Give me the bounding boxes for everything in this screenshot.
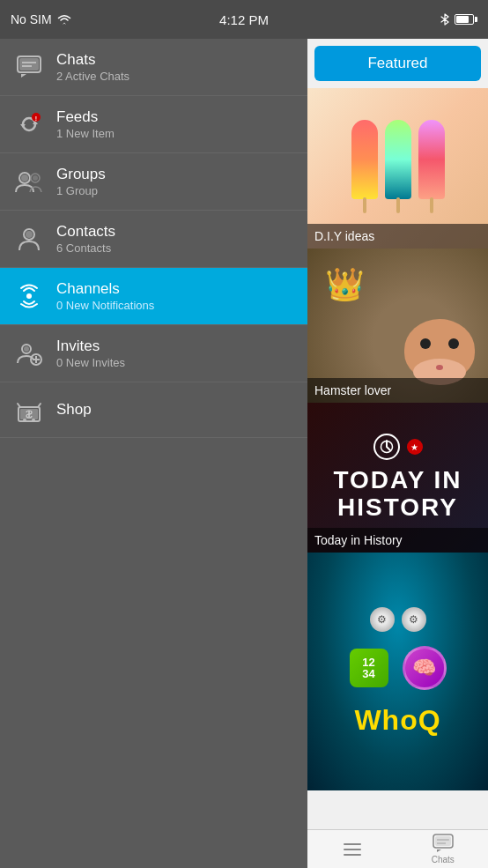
status-time: 4:12 PM [219, 12, 269, 27]
battery-indicator [455, 14, 477, 25]
svg-point-22 [23, 419, 26, 422]
gear-icon-1: ⚙ [370, 607, 395, 632]
shop-label: Shop [56, 401, 92, 419]
hamster-eye-left [420, 338, 431, 349]
status-bar: No SIM 4:12 PM [0, 0, 488, 39]
bluetooth-icon [440, 13, 449, 26]
sidebar-item-groups[interactable]: Groups 1 Group [0, 153, 307, 211]
groups-text: Groups 1 Group [56, 166, 106, 197]
chats-text: Chats 2 Active Chats [56, 51, 129, 83]
svg-point-14 [26, 293, 32, 299]
whoq-icons-row: ⚙ ⚙ [370, 607, 426, 632]
hamster-face [404, 319, 475, 381]
chats-tab-label: Chats [432, 855, 455, 864]
sidebar-item-invites[interactable]: Invites 0 New Invites [0, 325, 307, 382]
svg-point-16 [24, 346, 29, 352]
main-layout: Chats 2 Active Chats ! Feeds [0, 39, 488, 868]
channel-card-diy[interactable]: D.I.Y ideas [307, 88, 488, 249]
bottom-tab-bar: Chats [307, 829, 488, 868]
groups-subtitle: 1 Group [56, 184, 106, 197]
featured-button[interactable]: Featured [314, 46, 481, 81]
channel-card-history[interactable]: ★ TODAY INHISTORY Today in History [307, 403, 488, 553]
contacts-subtitle: 6 Contacts [56, 241, 115, 255]
chats-tab-icon [433, 834, 454, 853]
chats-subtitle: 2 Active Chats [56, 70, 129, 83]
sidebar-item-channels[interactable]: Channels 0 New Notifications [0, 268, 307, 325]
svg-rect-30 [435, 836, 451, 846]
contacts-icon [14, 224, 44, 254]
channel-card-hamster[interactable]: 👑 Hamster lover [307, 249, 488, 403]
sidebar-item-chats[interactable]: Chats 2 Active Chats [0, 39, 307, 96]
popsicle-2 [385, 120, 411, 199]
channels-icon [14, 281, 44, 311]
carrier-label: No SIM [11, 12, 52, 26]
invites-subtitle: 0 New Invites [56, 356, 125, 369]
invites-icon [14, 338, 44, 368]
popsicle-1 [351, 120, 378, 199]
channels-text: Channels 0 New Notifications [56, 280, 154, 312]
history-label: Today in History [307, 528, 488, 553]
svg-point-9 [21, 174, 28, 182]
bottom-tab-chats[interactable]: Chats [398, 834, 489, 864]
whoq-bottom-icons: 1234 🧠 [350, 646, 447, 690]
sidebar: Chats 2 Active Chats ! Feeds [0, 39, 307, 868]
bottom-tab-menu[interactable] [307, 842, 398, 857]
feeds-icon: ! [14, 109, 44, 139]
feeds-label: Feeds [56, 108, 115, 126]
channel-card-whoq[interactable]: ⚙ ⚙ 1234 🧠 WhoQ [307, 553, 488, 790]
gear-icon-2: ⚙ [402, 607, 426, 632]
contacts-label: Contacts [56, 223, 115, 241]
feeds-text: Feeds 1 New Item [56, 108, 115, 140]
history-logo-icon [373, 434, 400, 460]
shop-icon [14, 395, 44, 425]
channels-subtitle: 0 New Notifications [56, 299, 154, 312]
groups-label: Groups [56, 166, 106, 183]
groups-icon [14, 167, 44, 197]
right-panel: Featured D.I.Y ideas 👑 [307, 39, 488, 868]
menu-icon [343, 842, 362, 857]
sidebar-item-contacts[interactable]: Contacts 6 Contacts [0, 211, 307, 268]
hamster-nose [436, 365, 443, 370]
status-left: No SIM [11, 12, 71, 26]
number-box: 1234 [350, 649, 388, 687]
sidebar-item-feeds[interactable]: ! Feeds 1 New Item [0, 96, 307, 153]
crown-icon: 👑 [325, 266, 365, 303]
wifi-icon [57, 14, 71, 25]
history-title: TODAY INHISTORY [333, 467, 462, 522]
shop-text: Shop [56, 401, 92, 419]
svg-point-13 [26, 231, 33, 238]
svg-text:!: ! [35, 115, 37, 122]
hamster-eye-right [448, 338, 459, 349]
chats-label: Chats [56, 51, 129, 69]
feeds-subtitle: 1 New Item [56, 127, 115, 140]
history-logo: ★ [373, 434, 423, 460]
hamster-label: Hamster lover [307, 378, 488, 403]
popsicle-3 [418, 120, 445, 199]
status-right [440, 13, 477, 26]
diy-label: D.I.Y ideas [307, 224, 488, 249]
svg-point-23 [32, 419, 35, 422]
contacts-text: Contacts 6 Contacts [56, 223, 115, 255]
head-icon: 🧠 [403, 646, 447, 690]
chats-icon [14, 52, 44, 82]
channel-grid: D.I.Y ideas 👑 Hamster lover [307, 88, 488, 868]
history-star-badge: ★ [407, 439, 423, 455]
sidebar-item-shop[interactable]: Shop [0, 382, 307, 438]
whoq-text-label: WhoQ [354, 704, 440, 737]
invites-text: Invites 0 New Invites [56, 338, 125, 369]
whoq-bg: ⚙ ⚙ 1234 🧠 WhoQ [307, 553, 488, 790]
invites-label: Invites [56, 338, 125, 355]
svg-point-11 [33, 175, 38, 181]
svg-rect-1 [19, 58, 39, 70]
popsicle-container [351, 120, 445, 199]
channels-label: Channels [56, 280, 154, 298]
